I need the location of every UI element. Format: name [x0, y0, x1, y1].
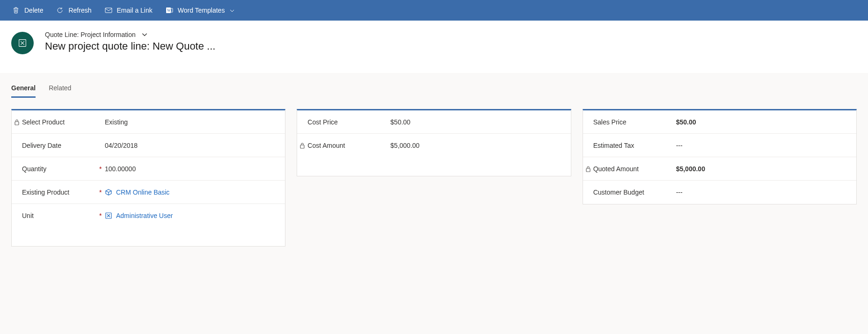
field-quoted-amount[interactable]: Quoted Amount $5,000.00	[583, 157, 856, 181]
field-customer-budget[interactable]: Customer Budget ---	[583, 181, 856, 204]
delete-button[interactable]: Delete	[6, 0, 50, 21]
chevron-down-icon	[229, 7, 235, 13]
required-mark: *	[99, 212, 105, 219]
svg-rect-5	[15, 122, 19, 125]
field-estimated-tax[interactable]: Estimated Tax ---	[583, 134, 856, 157]
card-product: Select Product Existing Delivery Date 04…	[11, 109, 285, 247]
field-select-product[interactable]: Select Product Existing	[12, 110, 285, 134]
word-templates-label: Word Templates	[178, 7, 225, 14]
svg-rect-8	[586, 168, 590, 172]
field-label: Estimated Tax	[593, 142, 671, 149]
form-selector[interactable]: Quote Line: Project Information	[45, 31, 215, 38]
refresh-icon	[56, 7, 64, 14]
entity-badge	[11, 32, 34, 54]
word-icon: W	[166, 7, 173, 14]
refresh-label: Refresh	[68, 7, 91, 14]
svg-rect-0	[105, 8, 112, 13]
svg-text:W: W	[167, 8, 171, 13]
field-label: Existing Product	[22, 189, 99, 196]
svg-rect-7	[300, 145, 304, 148]
delete-label: Delete	[24, 7, 43, 14]
field-value: Existing	[105, 118, 275, 126]
mail-icon	[105, 7, 112, 14]
field-value: 04/20/2018	[105, 142, 275, 149]
tabs: General Related	[0, 73, 868, 98]
email-link-label: Email a Link	[117, 7, 153, 14]
lock-icon	[299, 141, 306, 150]
field-label: Sales Price	[593, 118, 671, 126]
required-mark: *	[99, 189, 105, 196]
record-header: Quote Line: Project Information New proj…	[0, 21, 868, 73]
field-value: $50.00	[676, 118, 846, 126]
card-sales: Sales Price $50.00 Estimated Tax --- Quo…	[583, 109, 857, 204]
lookup-value[interactable]: CRM Online Basic	[116, 189, 169, 196]
word-templates-button[interactable]: W Word Templates	[159, 0, 242, 21]
lock-icon	[14, 118, 20, 126]
field-label: Quoted Amount	[593, 165, 671, 173]
field-value: Administrative User	[105, 212, 275, 219]
unit-icon	[105, 212, 112, 219]
lookup-value[interactable]: Administrative User	[116, 212, 173, 219]
trash-icon	[12, 7, 20, 14]
field-delivery-date[interactable]: Delivery Date 04/20/2018	[12, 134, 285, 157]
svg-rect-3	[171, 8, 173, 12]
field-label: Cost Price	[307, 118, 385, 126]
header-titles: Quote Line: Project Information New proj…	[45, 31, 215, 52]
refresh-button[interactable]: Refresh	[50, 0, 98, 21]
entity-icon	[17, 38, 28, 48]
field-value: ---	[676, 189, 846, 196]
product-icon	[105, 189, 112, 196]
field-unit[interactable]: Unit * Administrative User	[12, 204, 285, 227]
field-label: Unit	[22, 212, 99, 219]
field-value: $5,000.00	[390, 142, 560, 149]
field-label: Customer Budget	[593, 189, 671, 196]
field-label: Select Product	[22, 118, 99, 126]
field-sales-price[interactable]: Sales Price $50.00	[583, 110, 856, 134]
field-cost-amount[interactable]: Cost Amount $5,000.00	[297, 134, 570, 157]
chevron-down-icon	[141, 31, 148, 38]
field-label: Quantity	[22, 165, 99, 173]
field-label: Delivery Date	[22, 142, 99, 149]
field-value: $50.00	[390, 118, 560, 126]
lock-icon	[585, 165, 591, 173]
field-quantity[interactable]: Quantity * 100.00000	[12, 157, 285, 181]
field-existing-product[interactable]: Existing Product * CRM Online Basic	[12, 181, 285, 204]
field-value: 100.00000	[105, 165, 275, 173]
form-body: Select Product Existing Delivery Date 04…	[0, 98, 868, 258]
required-mark: *	[99, 165, 105, 173]
field-value: CRM Online Basic	[105, 189, 275, 196]
form-selector-label: Quote Line: Project Information	[45, 31, 136, 38]
field-value: ---	[676, 142, 846, 149]
page-title: New project quote line: New Quote ...	[45, 40, 215, 52]
tab-general[interactable]: General	[11, 84, 36, 98]
email-link-button[interactable]: Email a Link	[98, 0, 159, 21]
field-cost-price[interactable]: Cost Price $50.00	[297, 110, 570, 134]
command-bar: Delete Refresh Email a Link W Word Templ…	[0, 0, 868, 21]
field-value: $5,000.00	[676, 165, 846, 173]
field-label: Cost Amount	[307, 142, 385, 149]
card-cost: Cost Price $50.00 Cost Amount $5,000.00	[297, 109, 571, 176]
tab-related[interactable]: Related	[49, 84, 71, 98]
